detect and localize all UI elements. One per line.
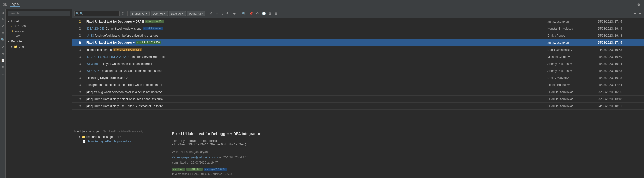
clipboard-icon[interactable]: 📋 [0,58,6,63]
search-wrapper: 🔍 [74,11,120,16]
refresh-toolbar-btn[interactable]: ↺ [209,11,214,16]
branch-label: master [15,30,24,33]
table-row[interactable]: IDEA-234643 Commit tool window is ope 🏷 … [72,25,644,32]
date-filter-label: Date: All [171,12,181,15]
commit-msg: [dbe] fix bug when selection color in a … [86,90,162,94]
graph-dot [79,49,81,51]
msg-col: [dbe] Dump Data dialog: use EditorEx ins… [86,104,547,108]
remote-header[interactable]: ▼ Remote [6,39,72,44]
check-icon[interactable]: ✔ [1,24,5,29]
branch-item-origin[interactable]: ▶ 📁 origin [6,44,72,49]
settings-icon[interactable]: ⚙ [636,2,641,7]
log-search-input[interactable] [74,11,120,16]
table-row[interactable]: Fix failing KeymapsTestCase 2 Dmitry Mat… [72,74,644,81]
commit-link[interactable]: IDEA-CR-60637 [86,55,108,59]
more-toolbar-btn[interactable]: ▸▸ [232,11,237,16]
user-filter-arrow: ▾ [164,12,166,15]
commit-link[interactable]: IDEA-234643 [86,27,105,30]
date-col: 25/03/2020, 17:45 [598,20,643,23]
title-bar-left: Git: Log: all [3,2,20,7]
tag-origin: 🏷 origin/201.6668 [204,168,227,171]
local-header[interactable]: ▼ Local [6,19,72,24]
favorite-icon[interactable]: ★ [1,51,5,56]
local-section: ▼ Local 🏷 201.6668 ★ master 201 [6,19,72,39]
table-row[interactable]: IJI-83 fetch default branch before calcu… [72,32,644,39]
refresh-icon[interactable]: ↺ [1,44,5,49]
table-row[interactable]: Fixed UI label text for Debugger + DFA i… [72,18,644,25]
grid2-btn[interactable]: ⊟ [274,11,278,16]
branch-label: 201 [16,35,21,38]
commit-committed-date: committed on 25/03/2020 at 19:47 [172,161,218,164]
menu-icon1[interactable]: ≡ [1,64,5,70]
table-row[interactable]: Postgres Introspector: fix the model whe… [72,81,644,88]
branch-filter-btn[interactable]: Branch: All ▾ [130,11,150,16]
msg-col: Fixed UI label text for Debugger + 🏷 ori… [86,41,547,44]
history-btn[interactable]: 🕐 [261,11,267,16]
author-col: anna.gasparyan [547,41,598,44]
graph-dot [79,63,81,65]
branch-filter-arrow: ▾ [146,12,147,15]
right-icon2[interactable]: ≡ [638,11,642,16]
graph-col [73,27,86,30]
paths-filter-btn[interactable]: Paths: All ▾ [187,11,205,16]
branch-item-201[interactable]: 201 [6,34,72,39]
table-row[interactable]: WI-43014 Refactor: extract variable to m… [72,67,644,74]
date-col: 24/03/2020, 19:53 [598,48,643,52]
separator1 [127,11,128,16]
date-col: 25/03/2020, 17:44 [598,83,643,87]
branch-tree: ▼ Local 🏷 201.6668 ★ master 201 [6,18,72,178]
undo-btn[interactable]: ↶ [255,11,260,16]
paths-filter-label: Paths: All [189,12,201,15]
tag-badge: 🏷 origin & 201.6668 [136,41,161,44]
date-col: 25/03/2020, 16:59 [598,55,643,59]
msg-col: Fix failing KeymapsTestCase 2 [86,76,547,80]
search-icon[interactable]: 🔍 [0,37,6,42]
tag-line: 🏷 HEAD 🏷 201.6668 🏷 origin/201.6668 [172,168,640,171]
grid-btn[interactable]: ⊞ [268,11,273,16]
branch-search-input[interactable] [8,11,70,16]
date-col: 25/03/2020, 17:45 [598,41,643,44]
msg-col: Postgres Introspector: fix the model whe… [86,83,547,87]
table-row[interactable]: Fixed UI label text for Debugger + 🏷 ori… [72,39,644,46]
commit-meta: 25cae7cb anna.gasparyan <anna.gasparyan@… [172,149,640,166]
date-filter-btn[interactable]: Date: All ▾ [169,11,186,16]
right-icon1[interactable]: ≡ [633,11,637,16]
commit-link[interactable]: WI-43014 [86,69,100,73]
pin-btn[interactable]: 📌 [248,11,254,16]
commit-link[interactable]: WI-32551 [86,62,100,66]
table-row[interactable]: [dbe] Dump Data dialog: use EditorEx ins… [72,103,644,110]
detail-panel: intellij.java.debugger 1 file ~/IdeaProj… [72,128,644,178]
edit-icon[interactable]: ✎ [1,17,5,22]
table-row[interactable]: IDEA-CR-60637 : IDEA-233298 - InternalSe… [72,53,644,60]
graph-col [73,34,86,37]
table-row[interactable]: WI-32551 Fix typo which made testdata in… [72,60,644,67]
graph-col [73,56,86,58]
right-toolbar-icons: ≡ ≡ [633,11,642,16]
table-row[interactable]: [dbe] Dump Data dialog: height of source… [72,96,644,103]
search-big-btn[interactable]: 🔍 [241,11,247,16]
commit-title: Fixed UI label text for Debugger + DFA i… [172,131,640,136]
detail-file-item[interactable]: 📄 JavaDebuggerBundle.properties [74,139,166,144]
commit-author-email: <anna.gasparyan@jetbrains.com> [172,156,218,159]
sort-toolbar-btn[interactable]: ↕ [220,11,224,16]
branch-item-master[interactable]: ★ master [6,29,72,34]
commit-short-hash: 25cae7cb [172,150,185,154]
commit-link[interactable]: IJI-83 [86,34,94,37]
graph-dot [79,20,81,23]
eye-toolbar-btn[interactable]: 👁 [225,11,231,16]
delete-icon[interactable]: 🗑 [0,30,5,36]
prev-toolbar-btn[interactable]: ⇦ [215,11,219,16]
table-row[interactable]: [dbe] fix bug when selection color in a … [72,88,644,96]
commit-msg: Fix typo which made testdata incorrect [101,62,152,66]
table-row[interactable]: fu impl: text search 🏷 origin/daniil/sym… [72,46,644,53]
gear-toolbar-btn[interactable]: ⚙ [121,11,126,16]
back-icon[interactable]: ◀ [1,10,5,15]
detail-subfolder[interactable]: ▼ 📁 resources/messages 1 file [74,135,166,139]
commit-msg: Fixed UI label text for Debugger + DFA i… [86,20,144,23]
user-filter-btn[interactable]: User: All ▾ [151,11,168,16]
branch-item-201-6668[interactable]: 🏷 201.6668 [6,24,72,29]
commit-link2[interactable]: IDEA-233298 [111,55,129,59]
graph-col [73,49,86,51]
menu-icon2[interactable]: ≡ [1,71,5,76]
log-tab[interactable]: Log: all [10,2,20,7]
